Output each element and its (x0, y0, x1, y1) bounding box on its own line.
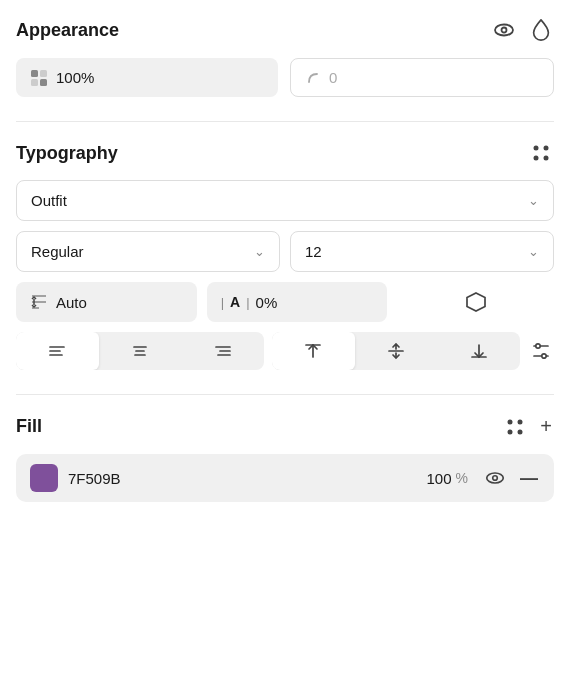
align-right-icon (214, 342, 232, 360)
hexagon-icon (465, 291, 487, 313)
vertical-align-group (272, 332, 520, 370)
tracking-value: 0% (256, 294, 278, 311)
align-left-icon (48, 342, 66, 360)
typography-grid-icon-button[interactable] (528, 140, 554, 166)
opacity-number: 100 (427, 470, 452, 487)
tracking-a-label: A (230, 294, 240, 310)
svg-point-37 (508, 429, 513, 434)
tracking-input[interactable]: | A | 0% (207, 282, 388, 322)
appearance-header-icons (490, 16, 554, 44)
font-size-value: 12 (305, 243, 322, 260)
fill-remove-button[interactable]: — (518, 466, 540, 491)
line-height-value: Auto (56, 294, 87, 311)
eye-icon (492, 18, 516, 42)
font-family-row: Outfit ⌄ (16, 180, 554, 221)
appearance-title: Appearance (16, 20, 119, 41)
fill-grid-icon-button[interactable] (502, 414, 528, 440)
valign-bottom-icon (470, 342, 488, 360)
tracking-label-pipe1: | (221, 295, 224, 310)
svg-rect-4 (31, 79, 38, 86)
svg-point-34 (542, 354, 546, 358)
fill-title: Fill (16, 416, 42, 437)
align-center-icon (131, 342, 149, 360)
font-family-select[interactable]: Outfit ⌄ (16, 180, 554, 221)
svg-point-1 (502, 28, 507, 33)
typography-title: Typography (16, 143, 118, 164)
font-weight-size-row: Regular ⌄ 12 ⌄ (16, 231, 554, 272)
opacity-input[interactable]: 100% (16, 58, 278, 97)
corner-input[interactable]: 0 (290, 58, 554, 97)
svg-point-40 (493, 476, 498, 481)
appearance-divider (16, 121, 554, 122)
fill-add-button[interactable]: + (538, 413, 554, 440)
valign-middle-icon (387, 342, 405, 360)
spacing-row: Auto | A | 0% (16, 282, 554, 322)
align-left-button[interactable] (16, 332, 99, 370)
plus-icon: + (540, 415, 552, 438)
valign-top-icon (304, 342, 322, 360)
minus-icon: — (520, 468, 538, 489)
typography-section: Typography Outfit ⌄ Regular ⌄ 12 (16, 140, 554, 370)
svg-point-39 (487, 473, 504, 483)
fill-eye-icon-button[interactable] (482, 465, 508, 491)
droplet-icon (530, 18, 552, 42)
font-weight-chevron: ⌄ (254, 244, 265, 259)
color-hex-value: 7F509B (68, 470, 417, 487)
fill-eye-icon (484, 467, 506, 489)
svg-point-38 (518, 429, 523, 434)
hexagon-icon-button[interactable] (397, 282, 554, 322)
font-size-chevron: ⌄ (528, 244, 539, 259)
fill-header-icons: + (502, 413, 554, 440)
eye-icon-button[interactable] (490, 16, 518, 44)
font-weight-label: Regular (31, 243, 84, 260)
svg-point-6 (534, 146, 539, 151)
grid-square-icon (30, 69, 48, 87)
svg-marker-14 (467, 293, 485, 311)
svg-point-36 (518, 419, 523, 424)
fill-header: Fill + (16, 413, 554, 440)
sliders-icon-button[interactable] (528, 338, 554, 364)
svg-point-8 (534, 156, 539, 161)
line-height-input[interactable]: Auto (16, 282, 197, 322)
valign-top-button[interactable] (272, 332, 355, 370)
font-weight-select[interactable]: Regular ⌄ (16, 231, 280, 272)
tracking-label-pipe2: | (246, 295, 249, 310)
typography-divider (16, 394, 554, 395)
fill-color-row: 7F509B 100 % — (16, 454, 554, 502)
appearance-section: Appearance 100% (16, 16, 554, 97)
valign-bottom-button[interactable] (437, 332, 520, 370)
svg-point-0 (495, 25, 513, 36)
font-size-select[interactable]: 12 ⌄ (290, 231, 554, 272)
typography-header: Typography (16, 140, 554, 166)
opacity-area[interactable]: 100 % (427, 470, 468, 487)
valign-middle-button[interactable] (355, 332, 438, 370)
corner-value: 0 (329, 69, 337, 86)
color-swatch[interactable] (30, 464, 58, 492)
align-center-button[interactable] (99, 332, 182, 370)
percent-sign: % (456, 470, 468, 486)
opacity-value: 100% (56, 69, 94, 86)
line-height-icon (30, 293, 48, 311)
svg-point-32 (536, 344, 540, 348)
svg-rect-3 (40, 70, 47, 77)
horizontal-align-group (16, 332, 264, 370)
svg-point-35 (508, 419, 513, 424)
fill-grid-icon (504, 416, 526, 438)
grid-icon (530, 142, 552, 164)
svg-rect-5 (40, 79, 47, 86)
appearance-controls: 100% 0 (16, 58, 554, 97)
align-right-button[interactable] (181, 332, 264, 370)
droplet-icon-button[interactable] (528, 16, 554, 44)
sliders-icon (530, 340, 552, 362)
corner-icon (305, 70, 321, 86)
svg-rect-2 (31, 70, 38, 77)
fill-section: Fill + 7F509B 100 % (16, 413, 554, 502)
appearance-header: Appearance (16, 16, 554, 44)
svg-point-7 (544, 146, 549, 151)
fill-row-icons: — (482, 465, 540, 491)
font-family-chevron: ⌄ (528, 193, 539, 208)
font-family-label: Outfit (31, 192, 67, 209)
svg-point-9 (544, 156, 549, 161)
alignment-row (16, 332, 554, 370)
typography-header-icons (528, 140, 554, 166)
